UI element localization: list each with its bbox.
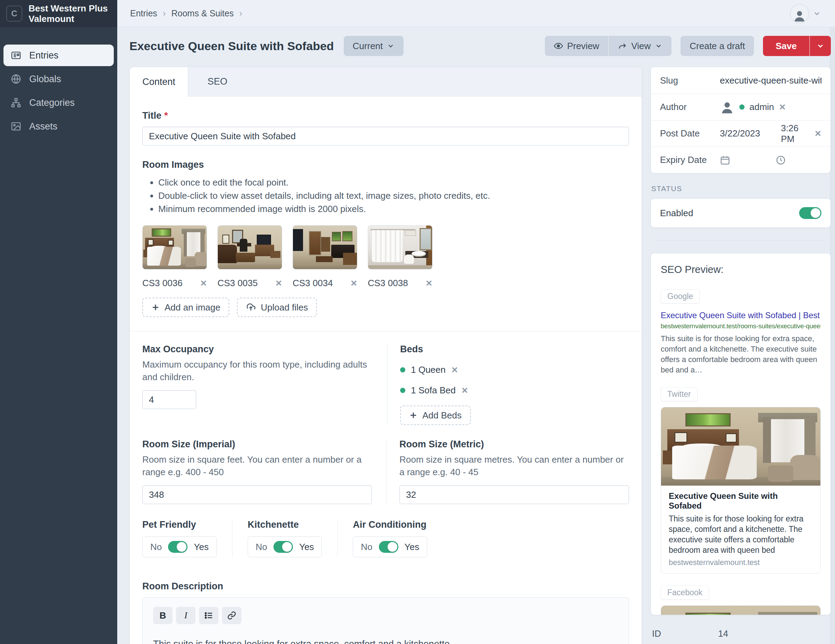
expiry-date-row: Expiry Date: [651, 146, 830, 173]
asset-label-row: CS3 0035 ✕: [218, 278, 282, 289]
room-size-imperial-field: Room Size (Imperial) Room size in square…: [142, 439, 387, 504]
list-button[interactable]: [199, 607, 218, 624]
slug-value[interactable]: executive-queen-suite-with-s: [720, 75, 822, 86]
save-button[interactable]: Save: [763, 36, 809, 56]
bold-button[interactable]: B: [153, 607, 172, 624]
slug-row: Slug executive-queen-suite-with-s: [651, 67, 830, 94]
asset-label-row: CS3 0034 ✕: [292, 278, 357, 289]
sidebar-nav: Entries Globals Categories Assets: [0, 27, 117, 137]
beds-label: Beds: [400, 344, 629, 355]
toggle-off-label: No: [256, 542, 267, 553]
entry-meta-card: Slug executive-queen-suite-with-s Author…: [651, 67, 831, 173]
asset-thumb-suite-entry[interactable]: [292, 225, 357, 270]
remove-asset-icon[interactable]: ✕: [350, 278, 357, 288]
kitchenette-toggle[interactable]: No Yes: [248, 537, 322, 557]
tab-content[interactable]: Content: [130, 67, 188, 96]
link-button[interactable]: [222, 607, 242, 624]
asset-name: CS3 0034: [292, 278, 333, 289]
seo-preview-card: SEO Preview: Google Executive Queen Suit…: [651, 253, 831, 615]
remove-bed-icon[interactable]: ✕: [451, 365, 458, 375]
site-name: Best Western Plus Valemount: [29, 3, 111, 24]
view-label: View: [631, 41, 651, 52]
title-input[interactable]: [142, 127, 629, 145]
room-size-imperial-input[interactable]: [142, 485, 372, 504]
enabled-toggle[interactable]: [799, 207, 822, 219]
twitter-chip: Twitter: [661, 387, 698, 402]
newspaper-icon: [10, 50, 21, 61]
calendar-icon[interactable]: [720, 155, 730, 165]
google-result-url: bestwesternvalemount.test/rooms-suites/e…: [661, 322, 821, 330]
author-name: admin: [749, 102, 774, 112]
chevron-down-icon: [387, 42, 395, 50]
post-date-label: Post Date: [660, 128, 720, 139]
asset-thumb-living-room[interactable]: [218, 225, 282, 270]
toggle-knob: [388, 542, 397, 552]
author-value[interactable]: admin ✕: [720, 100, 786, 114]
asset-thumb-bedroom[interactable]: [142, 225, 207, 270]
breadcrumb-entries[interactable]: Entries: [130, 8, 157, 18]
italic-icon: I: [184, 610, 187, 621]
site-logo[interactable]: C: [6, 6, 22, 21]
rich-text-editor[interactable]: B I This suite is for those looking for …: [142, 597, 629, 644]
post-date-value[interactable]: 3/22/2023: [720, 128, 772, 139]
max-occupancy-input[interactable]: [142, 390, 196, 409]
page-header: Executive Queen Suite with Sofabed Curre…: [130, 35, 831, 57]
room-size-metric-instructions: Room size in square metres. You can ente…: [400, 453, 629, 478]
sidebar-item-categories[interactable]: Categories: [3, 92, 114, 114]
add-image-button[interactable]: Add an image: [142, 298, 229, 317]
remove-asset-icon[interactable]: ✕: [275, 278, 282, 288]
room-images-instructions: Click once to edit the focal point. Doub…: [158, 176, 629, 215]
room-size-metric-field: Room Size (Metric) Room size in square m…: [387, 439, 629, 504]
upload-files-button[interactable]: Upload files: [237, 298, 317, 317]
remove-asset-icon[interactable]: ✕: [426, 278, 432, 288]
instruction-item: Double-click to view asset details, incl…: [158, 189, 629, 202]
preview-button[interactable]: Preview: [545, 36, 608, 56]
add-beds-button[interactable]: Add Beds: [400, 405, 471, 425]
air-conditioning-field: Air Conditioning No Yes: [337, 519, 443, 557]
air-conditioning-toggle[interactable]: No Yes: [353, 537, 427, 557]
add-beds-label: Add Beds: [422, 410, 462, 421]
sidebar-item-globals[interactable]: Globals: [3, 68, 114, 90]
user-menu[interactable]: [790, 4, 821, 23]
revision-select[interactable]: Current: [344, 36, 404, 56]
clear-date-icon[interactable]: ✕: [814, 129, 822, 138]
avatar: [790, 4, 809, 23]
tab-seo[interactable]: SEO: [188, 67, 247, 96]
asset-thumb-bathroom[interactable]: [368, 225, 432, 270]
view-button[interactable]: View: [608, 36, 671, 56]
bed-item: 1 Queen ✕: [400, 364, 629, 375]
page-title: Executive Queen Suite with Sofabed: [130, 39, 334, 53]
remove-asset-icon[interactable]: ✕: [200, 278, 207, 288]
scrollbar-track[interactable]: [830, 27, 835, 644]
asset-name: CS3 0038: [368, 278, 408, 289]
create-draft-button[interactable]: Create a draft: [681, 36, 754, 56]
cloud-upload-icon: [246, 302, 256, 312]
rte-content[interactable]: This suite is for those looking for extr…: [153, 638, 618, 644]
unordered-list-icon: [204, 611, 213, 620]
save-menu-button[interactable]: [809, 36, 831, 56]
sidebar-item-assets[interactable]: Assets: [3, 115, 114, 137]
kitchenette-field: Kitchenette No Yes: [232, 519, 338, 557]
italic-button[interactable]: I: [176, 607, 195, 624]
tab-content-body: Title* Room Images Click once to edit th…: [130, 96, 642, 644]
clock-icon[interactable]: [775, 155, 786, 165]
sidebar-item-entries[interactable]: Entries: [3, 45, 114, 66]
post-time-value[interactable]: 3:26 PM: [781, 123, 814, 145]
enabled-label: Enabled: [660, 208, 693, 219]
post-date-row: Post Date 3/22/2023 3:26 PM ✕: [651, 120, 830, 146]
remove-author-icon[interactable]: ✕: [779, 102, 786, 112]
google-result-title[interactable]: Executive Queen Suite with Sofabed | Bes…: [661, 311, 821, 320]
toggle-off-label: No: [150, 542, 162, 553]
entry-id-status: ID 14 Status Live: [651, 628, 831, 644]
pet-friendly-toggle[interactable]: No Yes: [142, 537, 217, 557]
twitter-preview-card: Executive Queen Suite with Sofabed This …: [661, 407, 821, 574]
room-size-metric-input[interactable]: [400, 485, 629, 504]
asset-labels: CS3 0036 ✕ CS3 0035 ✕ CS3 0034 ✕ CS3 003…: [142, 278, 629, 289]
bold-icon: B: [160, 610, 166, 621]
room-images-label: Room Images: [142, 159, 629, 170]
breadcrumb-rooms-suites[interactable]: Rooms & Suites: [171, 8, 234, 18]
remove-bed-icon[interactable]: ✕: [461, 386, 468, 395]
asset-label-row: CS3 0036 ✕: [142, 278, 207, 289]
twitter-card-image: [661, 407, 820, 486]
toggle-pill: [273, 541, 293, 553]
